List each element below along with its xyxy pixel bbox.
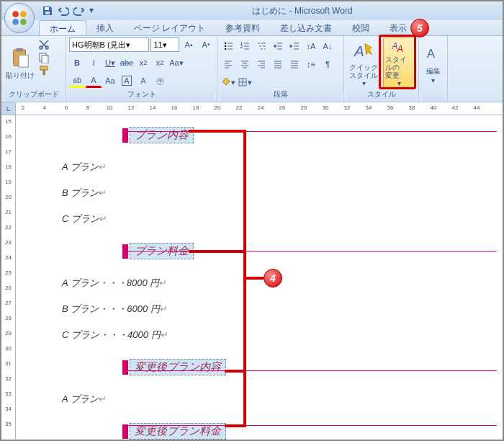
line-spacing-icon[interactable]: ↕≡: [303, 57, 319, 71]
svg-point-14: [225, 43, 226, 44]
tab-review[interactable]: 校閲: [342, 20, 379, 35]
grow-font-icon[interactable]: A▴: [181, 37, 197, 52]
callout-connector: [189, 250, 246, 253]
borders-icon[interactable]: ▾: [237, 75, 253, 89]
group-paragraph: 12 ↕A A↓ ↕≡ ¶ ▾ ▾ 段落: [217, 36, 344, 102]
change-case-icon[interactable]: Aa: [102, 74, 118, 88]
svg-text:A: A: [426, 47, 435, 61]
body-line: A プラン・・・8000 円↵: [62, 277, 503, 290]
svg-rect-13: [40, 66, 48, 70]
svg-point-1: [20, 11, 27, 17]
callout-5: 5: [410, 19, 429, 37]
heading-1: プラン内容: [130, 127, 194, 143]
superscript-button[interactable]: x2: [152, 55, 168, 70]
justify-icon[interactable]: [270, 57, 286, 71]
ruler-corner[interactable]: L: [1, 102, 16, 115]
bold-button[interactable]: B: [69, 55, 85, 70]
svg-point-16: [225, 48, 226, 50]
enclose-char-icon[interactable]: ㊥: [152, 74, 168, 88]
char-scaling-icon[interactable]: A: [119, 74, 135, 88]
group-editing: A 編集▾: [419, 36, 448, 102]
svg-point-3: [20, 19, 27, 25]
tab-pagelayout[interactable]: ページ レイアウト: [124, 20, 215, 35]
qat-dropdown-icon[interactable]: ▾: [89, 5, 101, 17]
format-painter-icon[interactable]: [38, 65, 50, 76]
body-line: A プラン↵: [62, 393, 503, 406]
office-button[interactable]: [4, 3, 35, 33]
quick-access-toolbar: ▾: [42, 5, 101, 17]
show-marks-icon[interactable]: ¶: [320, 57, 336, 71]
redo-icon[interactable]: [73, 5, 85, 17]
window-title: はじめに - Microsoft Word: [107, 5, 498, 17]
tab-home[interactable]: ホーム: [39, 20, 86, 35]
italic-button[interactable]: I: [86, 55, 102, 70]
document-area: 1516171819202122232425262728293031323334…: [1, 115, 503, 441]
font-name-combo[interactable]: HG明朝B (見出▾: [69, 37, 149, 52]
svg-text:2: 2: [240, 45, 243, 49]
phonetic-guide-icon[interactable]: Aa▾: [168, 55, 184, 70]
font-size-combo[interactable]: 11▾: [150, 37, 179, 52]
callout-connector: [189, 130, 246, 133]
subscript-button[interactable]: x2: [135, 55, 151, 70]
heading-rule: [122, 425, 497, 426]
callout-4-number: 4: [264, 269, 282, 288]
tab-references[interactable]: 参考資料: [215, 20, 270, 35]
body-line: C プラン↵: [62, 213, 503, 226]
sort-icon[interactable]: A↓: [320, 39, 336, 53]
svg-text:A: A: [353, 43, 364, 59]
horizontal-ruler[interactable]: 2468101214161820222426283032343638404244: [16, 102, 503, 115]
char-border-icon[interactable]: A: [135, 74, 151, 88]
increase-indent-icon[interactable]: [287, 39, 302, 53]
align-right-icon[interactable]: [253, 57, 269, 71]
save-icon[interactable]: [42, 5, 53, 17]
svg-point-2: [12, 19, 19, 25]
tab-mailings[interactable]: 差し込み文書: [270, 20, 342, 35]
tab-insert[interactable]: 挿入: [86, 20, 124, 35]
decrease-indent-icon[interactable]: [270, 39, 286, 53]
strikethrough-button[interactable]: abe: [119, 55, 135, 70]
ruler-row: L 24681012141618202224262830323436384042…: [1, 102, 503, 115]
heading-rule: [122, 131, 497, 132]
heading-rule: [122, 251, 497, 251]
group-font: HG明朝B (見出▾ 11▾ A▴ A▾ B I U▾ abe x2 x2 Aa…: [66, 36, 217, 102]
svg-point-15: [225, 45, 226, 47]
highlight-color-icon[interactable]: ab: [69, 74, 85, 88]
group-label-styles: スタイル: [347, 89, 415, 100]
text-direction-icon[interactable]: ↕A: [303, 39, 319, 53]
group-label-font: フォント: [69, 89, 214, 100]
heading-accent-bar: [122, 360, 128, 375]
shading-icon[interactable]: ▾: [220, 75, 236, 89]
heading-accent-bar: [122, 128, 128, 143]
shrink-font-icon[interactable]: A▾: [198, 37, 214, 52]
svg-point-0: [12, 11, 19, 17]
body-line: A プラン↵: [62, 161, 503, 174]
align-left-icon[interactable]: [220, 57, 236, 71]
document-page[interactable]: プラン内容 A プラン↵ B プラン↵ C プラン↵ プラン料金 A プラン・・…: [16, 115, 503, 441]
undo-icon[interactable]: [58, 5, 69, 17]
quick-styles-label: クイック スタイル: [349, 63, 378, 79]
numbering-icon[interactable]: 12: [237, 39, 253, 53]
heading-accent-bar: [122, 424, 128, 439]
paste-label: 貼り付け: [6, 71, 35, 81]
body-line: B プラン↵: [62, 187, 503, 200]
title-bar: ▾ はじめに - Microsoft Word: [1, 1, 503, 20]
group-styles: A クイック スタイル▾ AA スタイルの 変更▾ スタイル: [344, 36, 419, 102]
underline-button[interactable]: U▾: [102, 55, 118, 70]
font-color-icon[interactable]: A: [86, 74, 102, 88]
group-label-paragraph: 段落: [220, 89, 341, 100]
svg-rect-7: [16, 48, 22, 51]
quick-styles-button[interactable]: A クイック スタイル▾: [347, 37, 381, 89]
callout-connector: [246, 277, 264, 280]
distributed-icon[interactable]: [287, 57, 302, 71]
bullets-icon[interactable]: [220, 39, 236, 53]
paste-button[interactable]: 貼り付け: [4, 37, 36, 89]
copy-icon[interactable]: [38, 52, 50, 63]
vertical-ruler[interactable]: 1516171819202122232425262728293031323334…: [1, 115, 16, 441]
callout-box-5: [379, 35, 416, 89]
cut-icon[interactable]: [38, 39, 50, 50]
callout-5-number: 5: [410, 19, 429, 37]
editing-label: 編集: [426, 66, 441, 76]
align-center-icon[interactable]: [237, 57, 253, 71]
editing-button[interactable]: A 編集▾: [422, 37, 444, 89]
multilevel-list-icon[interactable]: [253, 39, 269, 53]
